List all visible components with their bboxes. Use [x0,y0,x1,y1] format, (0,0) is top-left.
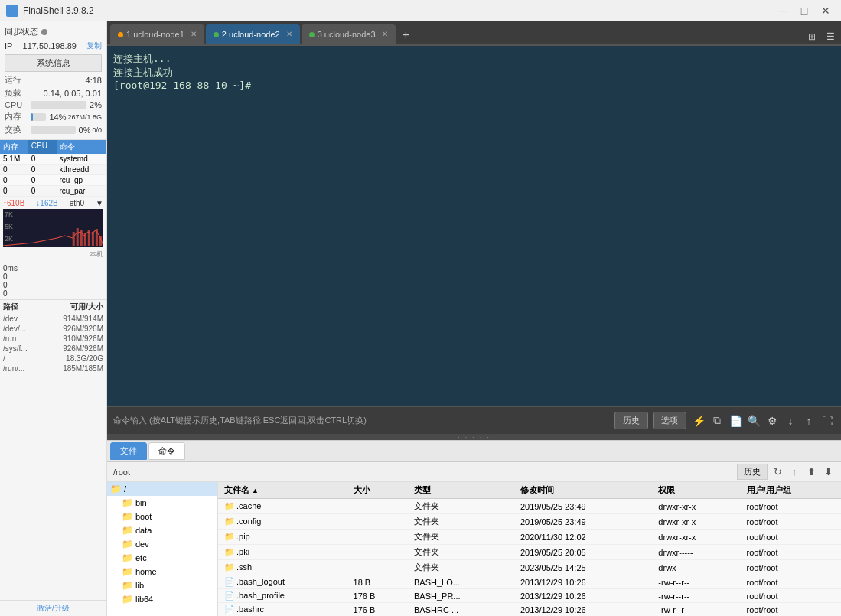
cpu-row: CPU 2% [5,99,102,110]
resize-handle[interactable]: · · · · · [107,434,841,440]
up-dir-icon[interactable]: ↑ [787,465,801,479]
th-owner[interactable]: 用户/用户组 [741,482,841,499]
proc-mem: 0 [0,186,28,196]
folder-icon: 📁 [122,566,133,577]
settings-icon[interactable]: ⚙ [764,413,780,429]
history-button[interactable]: 历史 [614,412,648,429]
upload-file-icon[interactable]: ⬆ [804,465,818,479]
file-tree-item-etc[interactable]: 📁 etc [107,551,217,565]
file-tree-item-boot[interactable]: 📁 boot [107,510,217,523]
sysinfo-button[interactable]: 系统信息 [5,54,102,72]
ping-section: 0ms 0 0 0 [0,262,106,299]
file-cell-name: 📄.bash_logout [218,575,347,589]
file-table-header-row: 文件名 ▲ 大小 类型 修改时间 权限 用户/用户组 [218,482,841,499]
ping-header: 0ms [3,264,103,272]
sync-status: 同步状态 [5,24,102,39]
svg-rect-1 [77,228,79,246]
search-icon[interactable]: 🔍 [746,413,761,429]
lightning-icon[interactable]: ⚡ [691,413,706,429]
network-graph: 7K 5K 2K [3,209,103,247]
add-tab-button[interactable]: + [397,26,416,44]
terminal[interactable]: 连接主机... 连接主机成功 [root@192-168-88-10 ~]# [107,46,841,406]
file-cell-size [347,560,408,575]
list-view-button[interactable]: ☰ [823,29,838,44]
content-area: 1 ucloud-node1 ✕ 2 ucloud-node2 ✕ 3 uclo… [107,21,841,616]
file-cell-size [347,530,408,545]
tab-node1[interactable]: 1 ucloud-node1 ✕ [110,24,204,44]
maximize-button[interactable]: □ [795,3,813,18]
folder-icon: 📁 [110,484,122,494]
file-tab-files[interactable]: 文件 [110,442,147,460]
grid-view-button[interactable]: ⊞ [804,29,820,44]
minimize-button[interactable]: ─ [774,3,792,18]
table-row[interactable]: 📁.ssh 文件夹 2023/05/25 14:25 drwx------ ro… [218,560,841,575]
file-cell-owner: root/root [741,560,841,575]
chevron-down-icon[interactable]: ▼ [96,199,103,207]
process-table: 内存 CPU 命令 5.1M 0 systemd 0 0 kthreadd 0 … [0,140,106,197]
file-cell-type: 文件夹 [408,545,514,560]
mem-label: 内存 [5,111,28,122]
tab-node2[interactable]: 2 ucloud-node2 ✕ [206,24,300,44]
th-perms[interactable]: 权限 [652,482,740,499]
upload-icon[interactable]: ↑ [801,413,817,429]
table-row[interactable]: 📄.bash_profile 176 B BASH_PR... 2013/12/… [218,589,841,603]
net-down-value: ↑610B [3,199,24,207]
tab-node3[interactable]: 3 ucloud-node3 ✕ [302,24,396,44]
file-tree-label-lib64: lib64 [135,595,153,604]
file-tree-label-etc: etc [135,553,147,562]
download-file-icon[interactable]: ⬇ [821,465,835,479]
tab-close-node3[interactable]: ✕ [382,31,388,38]
file-cell-size [347,514,408,530]
file-tree-item-root[interactable]: 📁 / [107,482,217,496]
sidebar: 同步状态 IP 117.50.198.89 复制 系统信息 运行 4:18 负载… [0,21,107,616]
table-row[interactable]: 📄.bashrc 176 B BASHRC ... 2013/12/29 10:… [218,603,841,617]
uptime-value: 4:18 [86,76,102,85]
file-tree-label-boot: boot [135,512,152,521]
options-button[interactable]: 选项 [653,412,686,429]
file-icon[interactable]: 📄 [728,413,743,429]
file-tree-item-bin[interactable]: 📁 bin [107,496,217,510]
download-icon[interactable]: ↓ [783,413,798,429]
file-cell-name: 📄.bash_profile [218,589,347,603]
file-cell-name: 📁.cache [218,499,347,514]
proc-header-mem[interactable]: 内存 [0,140,28,154]
file-row-icon: 📁 [224,501,235,510]
file-tree-item-data[interactable]: 📁 data [107,523,217,537]
close-button[interactable]: ✕ [817,3,835,18]
copy-ip-button[interactable]: 复制 [86,41,102,51]
file-cell-owner: root/root [741,514,841,530]
th-size[interactable]: 大小 [347,482,408,499]
tab-close-node1[interactable]: ✕ [191,31,197,38]
proc-header-cpu[interactable]: CPU [28,140,57,154]
file-tree-label-dev: dev [135,539,149,549]
file-tree-item-home[interactable]: 📁 home [107,565,217,579]
copy-icon[interactable]: ⧉ [709,413,725,429]
table-row[interactable]: 📁.cache 文件夹 2019/05/25 23:49 drwxr-xr-x … [218,499,841,514]
file-tree-item-lib[interactable]: 📁 lib [107,579,217,592]
fullscreen-icon[interactable]: ⛶ [820,413,835,429]
table-row[interactable]: 📁.pki 文件夹 2019/05/25 20:05 drwxr----- ro… [218,545,841,560]
proc-header-cmd[interactable]: 命令 [57,140,107,154]
refresh-icon[interactable]: ↻ [771,465,784,479]
file-cell-modified: 2013/12/29 10:26 [514,603,652,617]
file-cell-perms: drwxr-xr-x [652,499,740,514]
activate-button[interactable]: 激活/升级 [0,600,106,616]
tab-close-node2[interactable]: ✕ [286,31,292,38]
file-tree-item-dev[interactable]: 📁 dev [107,537,217,551]
table-row[interactable]: 📁.config 文件夹 2019/05/25 23:49 drwxr-xr-x… [218,514,841,530]
file-tab-commands[interactable]: 命令 [148,442,185,460]
file-tree-item-lib64[interactable]: 📁 lib64 [107,592,217,606]
th-type[interactable]: 类型 [408,482,514,499]
file-cell-type: BASH_PR... [408,589,514,603]
file-history-button[interactable]: 历史 [737,464,768,480]
file-cell-perms: -rw-r--r-- [652,603,740,617]
table-row[interactable]: 📁.pip 文件夹 2020/11/30 12:02 drwxr-xr-x ro… [218,530,841,545]
ip-row: IP 117.50.198.89 复制 [5,39,102,53]
file-cell-type: 文件夹 [408,530,514,545]
svg-rect-7 [99,236,102,246]
cmd-hint: 命令输入 (按ALT键提示历史,TAB键路径,ESC返回回,双击CTRL切换) [113,415,610,426]
th-modified[interactable]: 修改时间 [514,482,652,499]
table-row[interactable]: 📄.bash_logout 18 B BASH_LO... 2013/12/29… [218,575,841,589]
tab-dot-node2 [214,32,219,37]
th-filename[interactable]: 文件名 ▲ [218,482,347,499]
